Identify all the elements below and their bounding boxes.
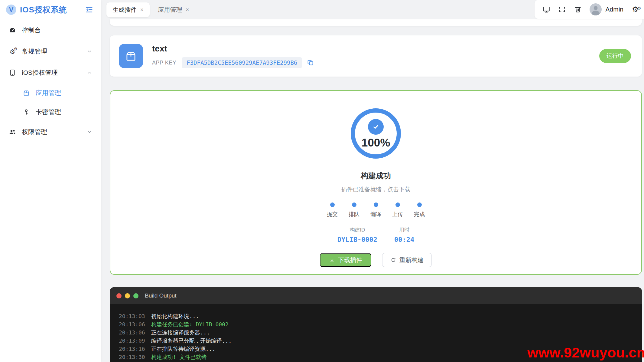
sidebar: V IOS授权系统 控制台 ⚙⚙ 常规管理 [0, 0, 101, 362]
duration-label: 用时 [394, 226, 414, 233]
log-line: 20:13:03初始化构建环境... [119, 312, 633, 320]
package-icon [22, 89, 30, 97]
build-id-block: 构建ID DYLIB-0002 [337, 226, 377, 243]
step-dot [417, 202, 422, 207]
rebuild-button[interactable]: 重新构建 [382, 253, 432, 267]
build-step: 编译 [365, 202, 387, 218]
sidebar-collapse-icon[interactable] [85, 5, 93, 14]
step-dot [330, 202, 335, 207]
trash-icon[interactable] [574, 5, 582, 13]
build-card: 100% 构建成功 插件已准备就绪，点击下载 提交排队编译上传完成 构建ID D… [110, 90, 642, 275]
close-icon[interactable] [140, 7, 144, 12]
terminal-title: Build Output [145, 292, 177, 299]
build-step: 提交 [321, 202, 343, 218]
duration-block: 用时 00:24 [394, 226, 414, 243]
step-label: 提交 [327, 211, 338, 218]
gears-icon: ⚙⚙ [8, 48, 16, 55]
avatar[interactable] [590, 3, 602, 15]
sidebar-item-ios-auth[interactable]: iOS授权管理 [3, 64, 98, 81]
build-id-value: DYLIB-0002 [337, 236, 377, 243]
check-icon [368, 119, 384, 135]
build-steps: 提交排队编译上传完成 [321, 202, 430, 218]
app-name: text [152, 44, 599, 54]
fullscreen-icon[interactable] [558, 5, 566, 13]
log-timestamp: 20:13:03 [119, 312, 145, 320]
step-label: 上传 [392, 211, 403, 218]
tab-app-manage[interactable]: 应用管理 [152, 2, 195, 17]
status-badge: 运行中 [599, 49, 631, 63]
app-info: text APP KEY F3DFA5DB2C5EE560929AE7A93FE… [152, 44, 599, 68]
sidebar-item-general[interactable]: ⚙⚙ 常规管理 [3, 43, 98, 60]
sidebar-item-console[interactable]: 控制台 [3, 22, 98, 39]
refresh-icon [390, 257, 396, 263]
chevron-up-icon [87, 70, 92, 75]
username: Admin [605, 6, 623, 13]
log-line: 20:13:06构建任务已创建: DYLIB-0002 [119, 320, 633, 328]
build-status-title: 构建成功 [361, 171, 391, 181]
terminal-minimize-dot[interactable] [125, 293, 130, 298]
terminal-zoom-dot[interactable] [133, 293, 138, 298]
build-step: 完成 [408, 202, 430, 218]
log-text: 正在连接编译服务器... [151, 328, 210, 337]
chevron-down-icon [87, 49, 92, 54]
scrolled-card-fragment [110, 19, 642, 26]
copy-icon[interactable] [307, 59, 314, 66]
sidebar-item-label: 常规管理 [22, 47, 87, 56]
tab-bar: 生成插件 应用管理 [106, 0, 195, 19]
build-meta: 构建ID DYLIB-0002 用时 00:24 [337, 226, 415, 243]
log-text: 构建成功! 文件已就绪 [151, 353, 207, 361]
tab-label: 生成插件 [112, 6, 137, 14]
log-text: 编译服务器已分配，开始编译... [151, 337, 232, 345]
sidebar-item-label: 应用管理 [36, 89, 92, 97]
step-label: 编译 [370, 211, 381, 218]
log-timestamp: 20:13:16 [119, 345, 145, 353]
sidebar-item-permission[interactable]: 权限管理 [3, 123, 98, 140]
log-timestamp: 20:13:06 [119, 320, 145, 328]
step-dot [374, 202, 378, 207]
log-line: 20:13:09编译服务器已分配，开始编译... [119, 337, 633, 345]
app-logo-icon: V [6, 5, 16, 15]
build-status-subtitle: 插件已准备就绪，点击下载 [341, 186, 410, 193]
log-timestamp: 20:13:30 [119, 353, 145, 361]
step-dot [395, 202, 400, 207]
monitor-icon[interactable] [542, 5, 550, 13]
sidebar-item-label: 权限管理 [22, 128, 87, 136]
sidebar-item-label: 卡密管理 [36, 108, 92, 116]
settings-gear-icon[interactable]: ⚙⚙ [631, 5, 640, 14]
download-label: 下载插件 [338, 256, 362, 264]
sidebar-item-label: iOS授权管理 [22, 68, 87, 77]
step-label: 排队 [349, 211, 359, 218]
app-key-value: F3DFA5DB2C5EE560929AE7A93FE299B6 [182, 57, 302, 68]
rebuild-label: 重新构建 [399, 256, 424, 264]
log-text: 构建任务已创建: DYLIB-0002 [151, 320, 229, 328]
sidebar-item-card-key[interactable]: 卡密管理 [17, 104, 98, 120]
header-actions: Admin ⚙⚙ [535, 0, 644, 19]
progress-ring: 100% [351, 108, 401, 159]
build-actions: 下载插件 重新构建 [320, 253, 432, 267]
terminal-header: Build Output [110, 287, 642, 304]
terminal-close-dot[interactable] [116, 293, 122, 298]
step-label: 完成 [414, 211, 425, 218]
sidebar-item-app-manage[interactable]: 应用管理 [17, 85, 98, 100]
app-logo-letter: V [9, 6, 14, 13]
app-package-icon [119, 44, 143, 68]
sidebar-item-label: 控制台 [22, 26, 92, 35]
main-content: text APP KEY F3DFA5DB2C5EE560929AE7A93FE… [101, 19, 644, 362]
tab-generate-plugin[interactable]: 生成插件 [106, 2, 150, 17]
close-icon[interactable] [186, 7, 189, 12]
dashboard-icon [8, 26, 16, 34]
watermark: www.92wuyou.cn [527, 344, 644, 361]
progress-percent: 100% [362, 137, 390, 148]
app-key-label: APP KEY [152, 60, 176, 66]
log-text: 初始化构建环境... [151, 312, 199, 320]
log-text: 正在排队等待编译资源... [151, 345, 216, 353]
log-line: 20:13:06正在连接编译服务器... [119, 328, 633, 337]
download-plugin-button[interactable]: 下载插件 [320, 253, 371, 267]
download-icon [329, 257, 335, 263]
tablet-icon [8, 69, 16, 77]
users-icon [8, 128, 16, 136]
sidebar-menu: 控制台 ⚙⚙ 常规管理 iOS授权管理 [0, 19, 101, 140]
step-dot [352, 202, 356, 207]
sidebar-logo-row: V IOS授权系统 [0, 0, 101, 19]
log-timestamp: 20:13:09 [119, 337, 145, 345]
